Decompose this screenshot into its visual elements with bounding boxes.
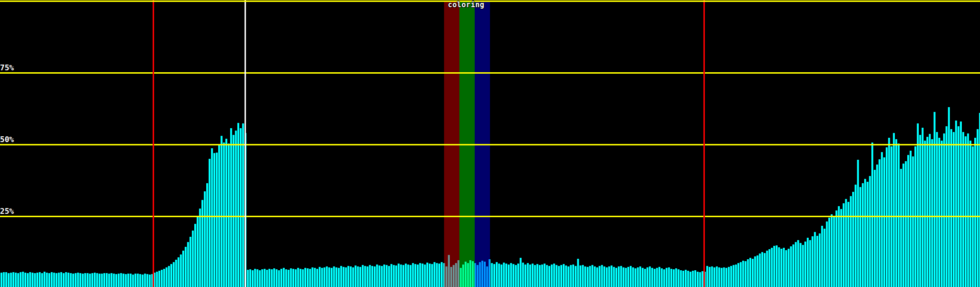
histogram-bar — [44, 272, 45, 287]
histogram-bar — [113, 274, 115, 287]
histogram-bar — [608, 266, 610, 287]
histogram-bar — [969, 141, 971, 287]
histogram-bar — [41, 273, 43, 287]
histogram-bar — [259, 270, 261, 287]
histogram-bar — [673, 269, 675, 287]
histogram-bar — [613, 267, 615, 287]
histogram-bar — [661, 268, 663, 287]
histogram-bar — [855, 185, 857, 287]
red-marker-left — [153, 0, 154, 287]
histogram-bar — [388, 266, 390, 287]
histogram-bar — [276, 269, 278, 287]
histogram-bar — [924, 141, 926, 287]
white-marker — [245, 0, 246, 287]
histogram-bar — [847, 202, 849, 287]
histogram-bar — [802, 245, 804, 287]
histogram-bar — [87, 273, 89, 287]
histogram-bar — [725, 268, 727, 287]
histogram-bar — [180, 254, 182, 287]
band-gridline-segment — [444, 144, 490, 145]
histogram-bar — [201, 200, 203, 287]
histogram-bar — [53, 273, 55, 287]
histogram-bar — [273, 268, 275, 287]
histogram-bar — [835, 210, 837, 287]
histogram-bar — [376, 265, 378, 287]
histogram-bar — [754, 256, 756, 287]
histogram-bar — [326, 266, 328, 287]
histogram-bar — [94, 273, 96, 287]
histogram-bar — [656, 268, 658, 287]
histogram-bar — [168, 266, 170, 287]
histogram-bar — [498, 264, 500, 287]
histogram-bar — [922, 128, 924, 287]
histogram-bar — [697, 272, 699, 287]
histogram-bar — [280, 269, 282, 287]
histogram-bar — [623, 267, 624, 287]
red-marker-right — [703, 0, 705, 287]
histogram-bar — [149, 275, 151, 287]
histogram-bar — [108, 274, 110, 287]
histogram-bar — [374, 266, 376, 287]
histogram-bar — [716, 266, 718, 287]
histogram-bar — [72, 274, 74, 287]
histogram-bar — [520, 258, 522, 287]
histogram-bar — [163, 269, 165, 287]
histogram-bar — [371, 266, 373, 287]
histogram-bar — [166, 267, 167, 287]
histogram-bar — [101, 274, 103, 287]
histogram-bar — [194, 224, 196, 287]
histogram-bar — [740, 262, 742, 287]
histogram-bar — [900, 169, 902, 287]
histogram-bar — [142, 275, 144, 287]
histogram-bar — [312, 267, 313, 287]
histogram-bar — [300, 269, 301, 287]
histogram-bar — [426, 263, 428, 287]
histogram-bar — [292, 269, 294, 287]
histogram-bar — [422, 264, 423, 287]
histogram-bar — [831, 214, 833, 287]
histogram-bar — [414, 264, 416, 287]
histogram-bar — [22, 272, 24, 287]
histogram-bar — [290, 268, 292, 287]
histogram-bar — [644, 269, 646, 287]
histogram-bar — [242, 123, 244, 287]
histogram-bar — [898, 144, 900, 287]
histogram-bar — [127, 274, 129, 287]
histogram-bar — [943, 133, 945, 287]
histogram-bar — [618, 266, 620, 287]
histogram-bar — [161, 270, 163, 287]
histogram-bar — [771, 248, 773, 287]
histogram-bar — [233, 135, 234, 287]
histogram-bar — [228, 144, 230, 287]
histogram-bar — [711, 266, 713, 287]
histogram-bar — [343, 267, 345, 287]
histogram-bar — [852, 192, 854, 287]
gridline-25pct — [0, 216, 980, 217]
histogram-bar — [864, 179, 866, 287]
histogram-bar — [32, 273, 33, 287]
histogram-bar — [694, 270, 696, 287]
histogram-bar — [36, 273, 38, 287]
histogram-bar — [204, 191, 206, 287]
histogram-bar — [51, 272, 53, 287]
histogram-bar — [907, 155, 909, 287]
histogram-bar — [146, 274, 148, 287]
histogram-bar — [29, 272, 31, 287]
histogram-bar — [122, 274, 124, 287]
histogram-bar — [850, 196, 852, 287]
histogram-bar — [630, 266, 632, 287]
histogram-bar — [752, 259, 754, 287]
histogram-bar — [788, 249, 790, 287]
histogram-bar — [493, 264, 495, 287]
histogram-bar — [874, 170, 876, 287]
histogram-bar — [79, 273, 81, 287]
histogram-bar — [737, 263, 739, 287]
histogram-bar — [510, 263, 512, 287]
histogram-bar — [91, 273, 93, 287]
histogram-bar — [953, 132, 955, 287]
histogram-bar — [950, 129, 952, 287]
histogram-bar — [747, 259, 749, 287]
histogram-bar — [278, 270, 280, 287]
histogram-bar — [599, 266, 601, 287]
histogram-bar — [27, 273, 29, 287]
